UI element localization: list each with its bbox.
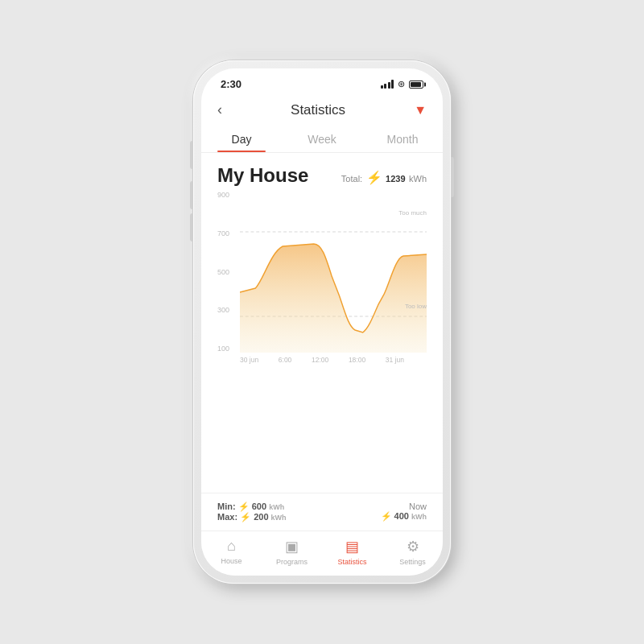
status-time: 2:30 xyxy=(221,78,242,90)
settings-nav-icon: ⚙ xyxy=(407,538,419,555)
max-bolt-icon: ⚡ xyxy=(240,512,251,522)
y-label-300: 300 xyxy=(217,307,229,314)
back-button[interactable]: ‹ xyxy=(217,101,222,118)
statistics-nav-label: Statistics xyxy=(337,558,366,566)
wifi-icon: ⊛ xyxy=(398,79,405,89)
nav-item-settings[interactable]: ⚙ Settings xyxy=(382,538,443,566)
max-unit: kWh xyxy=(271,514,287,522)
now-bolt-icon: ⚡ xyxy=(381,511,392,521)
now-label: Now xyxy=(381,502,427,511)
total-value: 1239 xyxy=(386,174,405,184)
programs-nav-icon: ▣ xyxy=(285,538,299,555)
chart-area: 900 700 500 300 100 Too much Too low xyxy=(217,192,427,353)
nav-item-statistics[interactable]: ▤ Statistics xyxy=(322,538,382,566)
bolt-icon: ⚡ xyxy=(366,171,382,184)
chart-container: 900 700 500 300 100 Too much Too low xyxy=(201,192,443,493)
signal-icon xyxy=(381,80,394,89)
house-title: My House xyxy=(217,164,308,187)
top-nav: ‹ Statistics ▼ xyxy=(201,95,443,125)
tab-day[interactable]: Day xyxy=(201,125,282,152)
min-max-col: Min: ⚡ 600 kWh Max: ⚡ 200 kWh xyxy=(217,502,287,522)
too-low-label: Too low xyxy=(405,303,427,310)
nav-item-programs[interactable]: ▣ Programs xyxy=(262,538,322,566)
x-label-2: 12:00 xyxy=(312,356,328,364)
main-content: My House Total: ⚡ 1239 kWh 900 700 500 xyxy=(201,153,443,530)
house-nav-label: House xyxy=(221,557,242,565)
nav-item-house[interactable]: ⌂ House xyxy=(201,538,262,566)
y-label-700: 700 xyxy=(217,230,229,237)
total-info: Total: ⚡ 1239 kWh xyxy=(341,170,427,185)
y-label-500: 500 xyxy=(217,269,229,276)
x-axis-labels: 30 jun 6:00 12:00 18:00 31 jun xyxy=(217,353,427,364)
min-stat: Min: ⚡ 600 kWh xyxy=(217,502,287,512)
min-label: Min: xyxy=(217,502,236,511)
now-unit: kWh xyxy=(411,513,427,521)
stats-row: Min: ⚡ 600 kWh Max: ⚡ 200 kWh Now xyxy=(201,493,443,530)
y-label-900: 900 xyxy=(217,192,229,199)
too-much-label: Too much xyxy=(398,209,427,217)
programs-nav-label: Programs xyxy=(276,558,308,566)
statistics-nav-icon: ▤ xyxy=(345,538,359,555)
status-icons: ⊛ xyxy=(381,79,424,89)
x-label-4: 31 jun xyxy=(386,356,404,364)
max-value: 200 xyxy=(254,512,268,522)
filter-icon[interactable]: ▼ xyxy=(414,103,427,118)
now-col: Now ⚡ 400 kWh xyxy=(381,502,427,522)
min-bolt-icon: ⚡ xyxy=(238,502,250,511)
settings-nav-label: Settings xyxy=(399,558,426,566)
bottom-nav: ⌂ House ▣ Programs ▤ Statistics ⚙ Settin… xyxy=(201,530,443,576)
min-value: 600 xyxy=(252,502,266,511)
x-label-3: 18:00 xyxy=(349,356,365,364)
battery-icon xyxy=(409,80,423,89)
y-axis-labels: 900 700 500 300 100 xyxy=(217,192,229,353)
tab-bar: Day Week Month xyxy=(201,125,443,153)
house-nav-icon: ⌂ xyxy=(227,538,236,555)
y-label-100: 100 xyxy=(217,345,229,353)
chart-svg-wrap: Too much Too low xyxy=(240,192,427,353)
house-header: My House Total: ⚡ 1239 kWh xyxy=(201,153,443,192)
max-label: Max: xyxy=(217,512,237,522)
now-value: 400 xyxy=(394,511,409,521)
x-label-0: 30 jun xyxy=(240,356,258,364)
phone-frame: 2:30 ⊛ ‹ Statistics ▼ xyxy=(193,60,451,584)
phone-screen: 2:30 ⊛ ‹ Statistics ▼ xyxy=(201,68,443,576)
total-unit: kWh xyxy=(409,174,427,184)
max-stat: Max: ⚡ 200 kWh xyxy=(217,512,287,522)
page-title: Statistics xyxy=(291,102,345,118)
tab-week[interactable]: Week xyxy=(282,125,362,152)
status-bar: 2:30 ⊛ xyxy=(201,68,443,95)
total-label: Total: xyxy=(341,174,362,184)
min-unit: kWh xyxy=(269,503,284,511)
tab-month[interactable]: Month xyxy=(362,125,443,152)
now-stat: ⚡ 400 kWh xyxy=(381,511,427,522)
x-label-1: 6:00 xyxy=(279,356,292,364)
